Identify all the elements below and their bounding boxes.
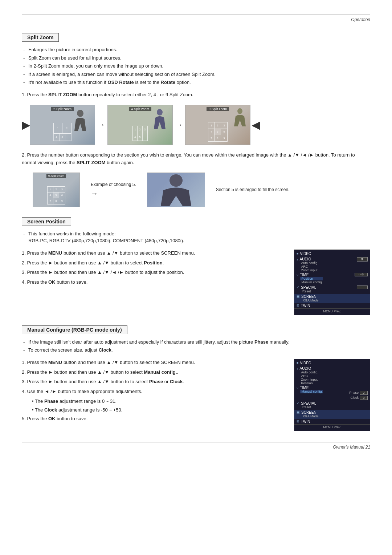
screen-position-section: Screen Position This function works in t… (22, 217, 370, 315)
mc-audio-sub3: Zoom Input (300, 378, 319, 381)
example-caption-text: Example of choosing 5. → (91, 182, 136, 198)
special-icon: ✓ (297, 285, 299, 293)
sp-special-reset: Reset (301, 289, 316, 293)
screen-icon: ▣ (297, 295, 300, 302)
gc: 5 (215, 129, 221, 135)
gc: 7 (208, 135, 215, 141)
sp-pos-box: · · ⊡ (355, 273, 368, 276)
sp-special-right (357, 285, 368, 293)
sp-special-label: SPECIAL (301, 285, 316, 289)
sp-right-boxes2: · · ⊡ (355, 273, 368, 284)
example-grid-9: 1 2 3 4 5 6 7 8 9 (47, 186, 65, 204)
grid-cell (65, 134, 71, 141)
zoom-img-4split: 4-Split zoom 1 2 3 4 5 (107, 105, 173, 145)
gc: 8 (215, 135, 221, 141)
mc-time-icon: ○ (297, 386, 298, 400)
gc: 4 (48, 193, 53, 198)
sp-menu-twin: ⊞ TWIN (294, 303, 370, 308)
video-icon: ■ (297, 252, 298, 255)
mc-special-reset: Reset (301, 405, 316, 409)
sp-time-group: TIME Position Manual config. (300, 273, 323, 284)
mc-twin-icon: ⊞ (297, 420, 299, 424)
screen-position-steps-with-menu: 1. Press the MENU button and then use ▲ … (22, 250, 370, 315)
grid-cell: 4 (54, 134, 60, 141)
mc-step1: 1. Press the MENU button and then use ▲ … (22, 359, 287, 366)
zoom-label-4: 4-Split zoom (129, 107, 151, 111)
gc: 2 (53, 187, 59, 193)
sp-reset-box (357, 285, 368, 289)
sp-step1: 1. Press the MENU button and then use ▲ … (22, 250, 287, 257)
mc-osd-menu-wrapper: ■ VIDEO ♪ AUDIO Auto config. ARC Zoom In… (294, 359, 370, 431)
bottom-rule (22, 442, 370, 442)
split-zoom-section: Split Zoom Enlarges the picture in corre… (22, 33, 370, 207)
mc-phase-row: Phase 0 (349, 391, 368, 395)
zoom-grid-4: 1 2 3 4 5 (132, 126, 148, 141)
manual-configure-section: Manual Configure (RGB-PC mode only) If t… (22, 325, 370, 431)
sp-video-label: VIDEO (300, 252, 311, 256)
split-zoom-bullets: Enlarges the picture in correct proporti… (22, 46, 370, 86)
sp-menu-special: ✓ SPECIAL Reset (294, 285, 370, 294)
screen-position-bullets: This function works in the following mod… (22, 230, 370, 244)
mc-steps-with-menu: 1. Press the MENU button and then use ▲ … (22, 359, 370, 431)
sp-osd-menu: ■ VIDEO ♪ AUDIO Auto config. ARC Zoom in… (294, 250, 370, 315)
example-enlarged-img (147, 173, 205, 207)
sp-menu-screen: ▣ SCREEN XGA Mode (294, 294, 370, 303)
mc-menu-twin: ⊞ TWIN (294, 419, 370, 424)
gc: 5 (138, 133, 142, 141)
gc: 1 (48, 187, 53, 193)
example-img-9split: 9-Split zoom 1 2 3 4 5 6 7 8 9 (33, 173, 80, 207)
screen-position-steps: 1. Press the MENU button and then use ▲ … (22, 250, 287, 288)
mc-special-icon: ✓ (297, 401, 299, 409)
mc-bullets: If the image still isn't clear after aut… (22, 339, 370, 354)
sp-menu-time: ○ TIME Position Manual config. · · ⊡ (294, 272, 370, 285)
mc-menu-screen: ▣ SCREEN XGA Mode (294, 410, 370, 419)
person-silhouette3 (233, 108, 246, 129)
gc: 4 (208, 129, 215, 135)
example-arrow: → (91, 189, 98, 197)
sp-screen-xga: XGA Mode (301, 299, 319, 302)
sp-step3: 3. Press the ► button and then use ▲ /▼ … (22, 269, 287, 276)
mc-menu-prev: MENU Prev. (294, 424, 370, 430)
sp-audio-sub2: ARC (300, 265, 319, 268)
mc-screen-icon: ▣ (297, 410, 300, 418)
mc-audio-sub2: ARC (300, 374, 319, 378)
mc-osd-menu: ■ VIDEO ♪ AUDIO Auto config. ARC Zoom In… (294, 359, 370, 431)
sp-time-label: TIME (300, 273, 323, 277)
zoom-label-2: 2-Split zoom (51, 107, 74, 111)
sp-twin-group: TWIN (301, 304, 310, 308)
grid-cell: 1 (54, 123, 62, 133)
gc: 8 (53, 198, 59, 204)
mc-time-group: TIME Manual config. (300, 386, 323, 400)
sp-osd-menu-wrapper: ■ VIDEO ♪ AUDIO Auto config. ARC Zoom in… (294, 250, 370, 315)
sp-time-manual: Manual config. (300, 280, 323, 284)
example-row: 9-Split zoom 1 2 3 4 5 6 7 8 9 (33, 173, 370, 207)
zoom-arrow-indicator-left: ▶ (22, 119, 30, 131)
gc: 7 (48, 198, 53, 204)
sp-special-group: SPECIAL Reset (301, 285, 316, 293)
gc: 5 (53, 193, 59, 198)
sp-menu-audio: ♪ AUDIO Auto config. ARC Zoom input ⊞ (294, 256, 370, 272)
audio-icon: ♪ (297, 258, 298, 272)
mc-time-manual: Manual config. (300, 390, 323, 393)
split-zoom-step2: 2. Press the number button corresponding… (22, 151, 370, 167)
person-large (158, 174, 194, 207)
header-section: Operation (22, 17, 370, 22)
top-rule (22, 15, 370, 15)
mc-twin-label: TWIN (301, 420, 310, 424)
sp-screen-group: SCREEN XGA Mode (301, 295, 319, 302)
gc: 3 (143, 126, 147, 133)
section5-note: Section 5 is enlarged to fill the screen… (216, 187, 290, 192)
mc-bullet-2: To correct the screen size, adjust Clock… (22, 347, 370, 354)
zoom-img-2split: 2-Split zoom 1 2 4 5 (30, 105, 95, 145)
mc-phase-range: • The Phase adjustment range is 0 ~ 31. (22, 398, 287, 405)
mc-clock-range: • The Clock adjustment range is -50 ~ +5… (22, 406, 287, 414)
gc: 4 (133, 133, 138, 141)
mc-menu-audio: ♪ AUDIO Auto config. ARC Zoom Input Posi… (294, 366, 370, 385)
screen-position-heading: Screen Position (22, 217, 71, 226)
mc-audio-sub4: Position (300, 381, 319, 385)
zoom-label-9: 9-Split zoom (207, 107, 229, 111)
mc-audio-group: AUDIO Auto config. ARC Zoom Input Positi… (300, 366, 319, 385)
mc-screen-group: SCREEN XGA Mode (301, 410, 319, 418)
arrow-1: → (97, 120, 105, 130)
gc: 1 (133, 126, 138, 133)
